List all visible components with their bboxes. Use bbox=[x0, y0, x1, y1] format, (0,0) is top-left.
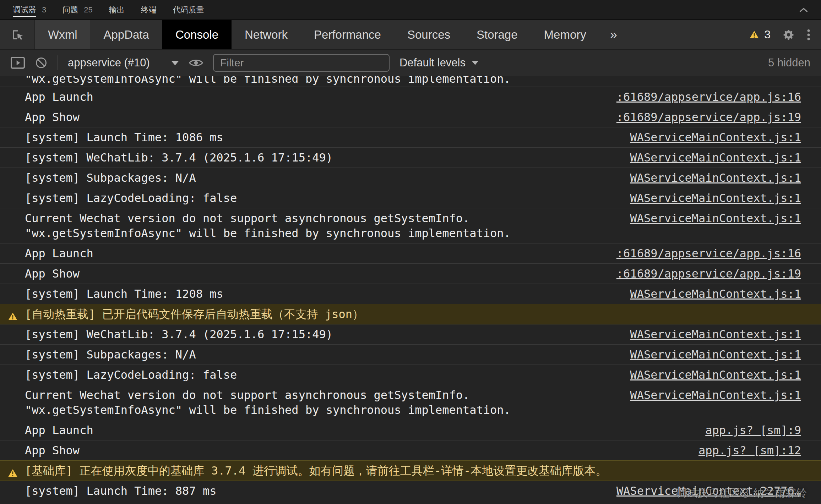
source-link[interactable]: :61689/appservice/app.js:19 bbox=[616, 110, 801, 125]
clear-console-button[interactable] bbox=[35, 56, 48, 69]
console-log-row: App Showapp.js? [sm]:12 bbox=[0, 440, 821, 461]
source-link[interactable]: WAServiceMainContext.js:1 bbox=[630, 191, 801, 206]
debugger-count-badge: 3 bbox=[42, 5, 46, 15]
topbar-item-terminal[interactable]: 终端 bbox=[141, 0, 157, 20]
topbar-item-output[interactable]: 输出 bbox=[109, 0, 125, 20]
console-log-row: [system] Subpackages: N/AWAServiceMainCo… bbox=[0, 345, 821, 365]
console-log-row: [system] Subpackages: N/AWAServiceMainCo… bbox=[0, 168, 821, 188]
more-tabs-button[interactable]: » bbox=[599, 20, 628, 49]
tab-label: Console bbox=[175, 28, 218, 42]
log-message: App Launch bbox=[25, 89, 602, 104]
log-message: [system] WeChatLib: 3.7.4 (2025.1.6 17:1… bbox=[25, 150, 616, 165]
console-warning-row: [自动热重载] 已开启代码文件保存后自动热重载（不支持 json） bbox=[0, 304, 821, 324]
console-log: "wx.getSystemInfoAsync" will be finished… bbox=[0, 76, 821, 504]
console-log-row: [system] LazyCodeLoading: falseWAService… bbox=[0, 365, 821, 385]
console-warning-counter[interactable]: 3 bbox=[749, 28, 771, 41]
tab-network[interactable]: Network bbox=[232, 20, 301, 49]
console-log-row: Current Wechat version do not support as… bbox=[0, 208, 821, 243]
chevron-up-icon bbox=[799, 7, 808, 13]
source-link[interactable]: WAServiceMainContext.js:1 bbox=[630, 388, 801, 402]
clear-icon bbox=[35, 56, 48, 69]
chevron-down-icon bbox=[472, 61, 478, 65]
devtools-menu-button[interactable] bbox=[807, 29, 810, 41]
tab-appdata[interactable]: AppData bbox=[90, 20, 162, 49]
execution-context-selector[interactable]: appservice (#10) bbox=[68, 56, 179, 69]
source-link[interactable]: WAServiceMainContext.js:1 bbox=[630, 130, 801, 145]
filter-input[interactable] bbox=[213, 54, 390, 72]
source-link[interactable]: WAServiceMainContext.js:1 bbox=[630, 170, 801, 185]
source-link[interactable]: :61689/appservice/app.js:16 bbox=[616, 246, 801, 261]
topbar-item-label: 代码质量 bbox=[173, 0, 204, 20]
console-log-row: [system] Launch Time: 1208 msWAServiceMa… bbox=[0, 284, 821, 304]
topbar-item-code-quality[interactable]: 代码质量 bbox=[173, 0, 204, 20]
tab-wxml[interactable]: Wxml bbox=[35, 20, 90, 49]
live-expression-button[interactable] bbox=[189, 57, 203, 68]
log-message: App Show bbox=[25, 110, 602, 125]
console-log-row: [system] WeChatLib: 3.7.4 (2025.1.6 17:1… bbox=[0, 324, 821, 345]
source-link[interactable]: WAServiceMainContext.js:1 bbox=[630, 367, 801, 382]
tab-label: Network bbox=[245, 28, 288, 42]
source-link[interactable]: :61689/appservice/app.js:16 bbox=[616, 89, 801, 104]
inspect-element-button[interactable] bbox=[0, 20, 35, 49]
log-message: [system] Launch Time: 1208 ms bbox=[25, 286, 616, 301]
gear-icon bbox=[783, 29, 795, 41]
source-link[interactable]: WAServiceMainContext.js:1 bbox=[630, 327, 801, 342]
tab-memory[interactable]: Memory bbox=[531, 20, 599, 49]
tab-storage[interactable]: Storage bbox=[463, 20, 531, 49]
warning-icon bbox=[8, 312, 18, 321]
warning-icon bbox=[8, 469, 18, 477]
tab-console[interactable]: Console bbox=[162, 20, 232, 49]
console-log-row: App Show:61689/appservice/app.js:19 bbox=[0, 264, 821, 284]
source-link[interactable]: WAServiceMainContext.js:1 bbox=[630, 286, 801, 301]
log-message: [system] Subpackages: N/A bbox=[25, 170, 616, 185]
log-message: Current Wechat version do not support as… bbox=[25, 388, 616, 417]
settings-button[interactable] bbox=[783, 29, 795, 41]
log-message: "wx.getSystemInfoAsync" will be finished… bbox=[25, 76, 801, 86]
console-log-row: App Launch:61689/appservice/app.js:16 bbox=[0, 243, 821, 264]
console-log-row: [system] Launch Time: 887 msWAServiceMai… bbox=[0, 481, 821, 501]
console-log-row: [system] WeChatLib: 3.7.4 (2025.1.6 17:1… bbox=[0, 148, 821, 168]
topbar-item-label: 问题 bbox=[62, 0, 78, 20]
more-tabs-chevrons: » bbox=[610, 27, 617, 42]
source-link[interactable]: WAServiceMainContext…22776… bbox=[616, 483, 801, 498]
tab-label: Storage bbox=[477, 28, 518, 42]
console-log-row: App Show:61689/appservice/app.js:19 bbox=[0, 107, 821, 127]
console-log-row: App Launchapp.js? [sm]:9 bbox=[0, 420, 821, 440]
log-message: [system] LazyCodeLoading: false bbox=[25, 367, 616, 382]
topbar-item-label: 终端 bbox=[141, 0, 157, 20]
log-levels-selector[interactable]: Default levels bbox=[399, 56, 478, 69]
source-link[interactable]: app.js? [sm]:12 bbox=[698, 443, 801, 458]
levels-label: Default levels bbox=[399, 56, 466, 69]
tabbar-right-controls: 3 bbox=[749, 20, 821, 49]
source-link[interactable]: WAServiceMainContext.js:1 bbox=[630, 150, 801, 165]
kebab-menu-icon bbox=[807, 29, 810, 41]
chevron-down-icon bbox=[171, 61, 179, 65]
log-message: [基础库] 正在使用灰度中的基础库 3.7.4 进行调试。如有问题，请前往工具栏… bbox=[25, 463, 801, 478]
problems-count-badge: 25 bbox=[84, 5, 92, 15]
source-link[interactable]: :61689/appservice/app.js:19 bbox=[616, 266, 801, 281]
console-log-row: [system] LazyCodeLoading: falseWAService… bbox=[0, 188, 821, 208]
tab-sources[interactable]: Sources bbox=[394, 20, 463, 49]
console-warning-row: [基础库] 正在使用灰度中的基础库 3.7.4 进行调试。如有问题，请前往工具栏… bbox=[0, 460, 821, 481]
tab-label: Sources bbox=[407, 28, 450, 42]
source-link[interactable]: app.js? [sm]:9 bbox=[705, 423, 801, 438]
sidebar-panel-icon bbox=[11, 57, 25, 69]
console-toolbar: appservice (#10) Default levels 5 hidden bbox=[0, 49, 821, 76]
console-log-row: [system] Launch Time: 1086 msWAServiceMa… bbox=[0, 127, 821, 148]
topbar-item-debugger[interactable]: 调试器 3 bbox=[13, 0, 46, 20]
inspect-cursor-icon bbox=[11, 28, 24, 42]
warning-count-label: 3 bbox=[764, 28, 771, 41]
context-label: appservice (#10) bbox=[68, 56, 150, 69]
source-link[interactable]: WAServiceMainContext.js:1 bbox=[630, 211, 801, 226]
log-message: [system] Launch Time: 1086 ms bbox=[25, 130, 616, 145]
clipped-log-row: "wx.getSystemInfoAsync" will be finished… bbox=[0, 76, 821, 87]
warning-icon bbox=[749, 30, 759, 39]
log-message: App Show bbox=[25, 266, 602, 281]
topbar-item-problems[interactable]: 问题 25 bbox=[62, 0, 92, 20]
log-message: [system] Launch Time: 887 ms bbox=[25, 483, 602, 498]
source-link[interactable]: WAServiceMainContext.js:1 bbox=[630, 347, 801, 362]
console-sidebar-toggle[interactable] bbox=[11, 57, 25, 69]
console-log-row: Current Wechat version do not support as… bbox=[0, 385, 821, 420]
collapse-panel-button[interactable] bbox=[799, 7, 808, 13]
tab-performance[interactable]: Performance bbox=[301, 20, 394, 49]
